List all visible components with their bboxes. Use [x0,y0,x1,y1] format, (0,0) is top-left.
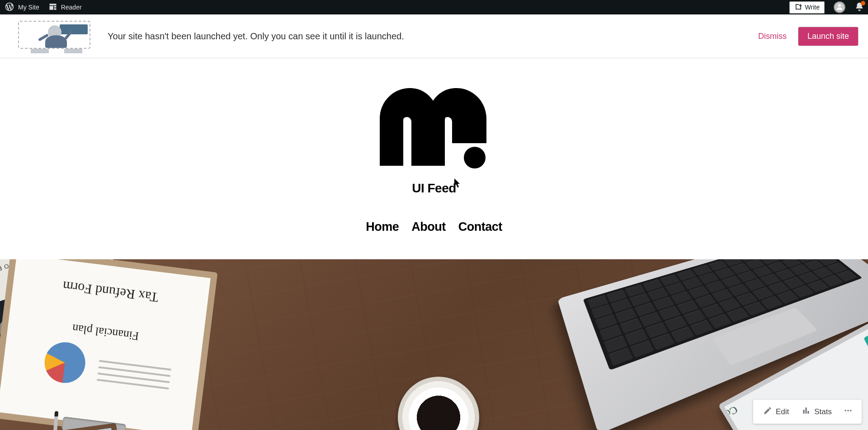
bar-chart-icon [802,406,811,417]
ellipsis-icon [843,406,854,417]
primary-nav: Home About Contact [0,220,868,234]
edit-page-button[interactable]: Edit [757,403,795,420]
hero-clipboard-financial: Tax Refund Form Financial plan [0,259,217,430]
reader-icon [48,2,57,13]
banner-message: Your site hasn't been launched yet. Only… [108,31,404,42]
hero-coffee-cup [398,377,479,430]
logo-m-icon [375,80,493,170]
clipboard-text-plan: Financial plan [8,313,203,351]
laptop-screen-title: Company's Growth [718,403,740,430]
banner-illustration [18,21,95,51]
edit-label: Edit [776,407,789,416]
my-site-link[interactable]: My Site [5,2,39,13]
hero-image: EXPLORATION Tax Refund Form Financial pl… [0,259,868,430]
stats-label: Stats [814,407,832,416]
launch-site-button[interactable]: Launch site [798,27,858,46]
site-logo[interactable] [375,80,493,172]
stats-button[interactable]: Stats [795,403,838,420]
nav-home[interactable]: Home [366,220,399,234]
reader-label: Reader [61,4,82,11]
nav-contact[interactable]: Contact [458,220,502,234]
more-actions-button[interactable] [838,403,858,420]
my-site-label: My Site [18,4,39,11]
site-header: UI Feed Home About Contact [0,58,868,259]
write-button[interactable]: Write [789,1,825,14]
svg-point-4 [850,410,852,411]
write-icon [794,3,802,12]
reader-link[interactable]: Reader [48,2,82,13]
svg-point-1 [464,147,486,168]
notifications-button[interactable] [854,2,864,13]
dismiss-link[interactable]: Dismiss [758,32,787,41]
write-label: Write [805,4,820,11]
profile-avatar[interactable] [834,1,845,13]
clipboard-text-tax: Tax Refund Form [13,272,208,311]
pencil-icon [763,406,772,417]
notification-dot-icon [861,1,865,5]
page-action-bar: Edit Stats [753,400,862,424]
nav-about[interactable]: About [411,220,445,234]
wp-admin-bar: My Site Reader Write [0,0,868,14]
launch-banner: Your site hasn't been launched yet. Only… [0,14,868,58]
svg-point-3 [847,410,849,411]
svg-point-2 [844,410,846,411]
site-title: UI Feed [0,181,868,196]
wordpress-icon [5,2,14,13]
avatar-icon [835,3,844,12]
svg-point-0 [838,4,841,7]
